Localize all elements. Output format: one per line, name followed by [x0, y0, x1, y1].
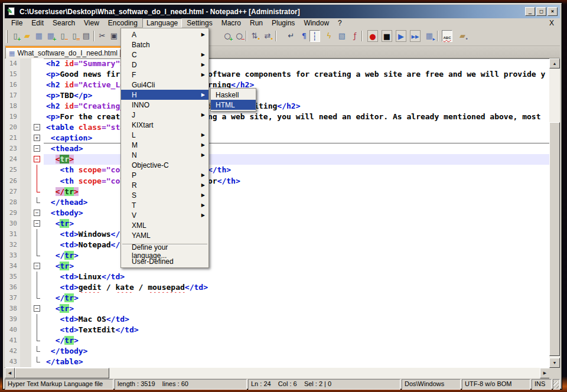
code-text[interactable]: <td>Windows</td>	[44, 229, 550, 240]
code-text[interactable]: <th scope="col">Operating system</th>	[44, 165, 550, 175]
fold-margin[interactable]: −	[31, 261, 44, 272]
external-tool-icon[interactable]: ▰•	[457, 30, 468, 42]
fold-collapse-icon[interactable]: −	[34, 156, 40, 162]
fold-collapse-icon[interactable]: −	[34, 124, 40, 130]
bookmark-margin[interactable]	[20, 346, 31, 357]
code-text[interactable]: <td>Notepad</td>	[44, 240, 550, 250]
macro-record-icon[interactable]: ●	[367, 30, 378, 42]
menubar-item-language[interactable]: Language	[142, 18, 182, 28]
function-completion-icon[interactable]: ϟ	[324, 30, 334, 42]
close-file-icon[interactable]: ▯−	[57, 30, 68, 42]
code-text[interactable]: </tbody>	[44, 346, 550, 357]
code-text[interactable]: <tr>	[44, 261, 550, 272]
menubar-item-file[interactable]: File	[7, 18, 27, 28]
menubar-item-search[interactable]: Search	[48, 18, 79, 28]
language-menu-item-user-defined[interactable]: User-Defined	[121, 256, 208, 266]
code-text[interactable]: </thead>	[44, 197, 550, 208]
language-menu-item-d[interactable]: D▶	[121, 60, 208, 70]
bookmark-margin[interactable]	[20, 250, 31, 261]
code-text[interactable]: <h2 id="Summary">Summary</h2>	[44, 58, 550, 69]
language-menu-item-yaml[interactable]: YAML	[121, 230, 208, 240]
fold-margin[interactable]	[31, 346, 44, 357]
fold-margin[interactable]	[31, 282, 44, 293]
function-list-icon[interactable]: ƒ	[350, 30, 360, 42]
menubar-item-run[interactable]: Run	[246, 18, 267, 28]
language-menu-item-kixtart[interactable]: KIXtart	[121, 120, 208, 130]
fold-margin[interactable]: −	[31, 143, 44, 154]
language-menu-item-xml[interactable]: XML	[121, 220, 208, 230]
fold-margin[interactable]	[31, 293, 44, 303]
save-all-icon[interactable]: ▦+	[45, 30, 56, 42]
language-menu-item-v[interactable]: V▶	[121, 210, 208, 220]
bookmark-margin[interactable]	[20, 325, 31, 335]
code-text[interactable]: </tr>	[44, 250, 550, 261]
vertical-scroll-thumb[interactable]	[549, 122, 560, 356]
fold-margin[interactable]	[31, 80, 44, 90]
fold-margin[interactable]	[31, 229, 44, 240]
code-text[interactable]: <td>Linux</td>	[44, 272, 550, 282]
code-text[interactable]: <tr>	[44, 218, 550, 229]
language-menu-item-t[interactable]: T▶	[121, 200, 208, 210]
maximize-button[interactable]: □	[536, 7, 546, 16]
fold-margin[interactable]	[31, 112, 44, 122]
language-menu-item-m[interactable]: M▶	[121, 140, 208, 150]
horizontal-scroll-thumb[interactable]	[15, 368, 109, 378]
fold-collapse-icon[interactable]: −	[34, 210, 40, 216]
code-text[interactable]: <th scope="col">Recommended editor</th>	[44, 176, 550, 187]
fold-margin[interactable]	[31, 240, 44, 250]
menubar-item-help[interactable]: ?	[334, 18, 346, 28]
scroll-down-icon[interactable]: ▼	[549, 358, 560, 368]
macro-stop-icon[interactable]: ■	[382, 30, 392, 42]
submenu-item-haskell[interactable]: Haskell	[211, 90, 256, 100]
code-text[interactable]: </tr>	[44, 187, 550, 197]
scroll-left-icon[interactable]: ◀	[5, 368, 15, 378]
code-text[interactable]: <td>Mac OS</td>	[44, 314, 550, 325]
macro-run-multiple-icon[interactable]: ▸▸	[410, 30, 421, 42]
spell-check-icon[interactable]: ABC	[442, 30, 452, 42]
code-text[interactable]: </tr>	[44, 335, 550, 346]
fold-margin[interactable]	[31, 197, 44, 208]
fold-margin[interactable]	[31, 176, 44, 187]
menubar-item-plugins[interactable]: Plugins	[268, 18, 299, 28]
save-icon[interactable]: ▦	[34, 30, 44, 42]
new-file-icon[interactable]: ▯+	[10, 30, 21, 42]
language-menu-item-c[interactable]: C▶	[121, 50, 208, 60]
language-menu-item-f[interactable]: F▶	[121, 70, 208, 80]
bookmark-margin[interactable]	[20, 197, 31, 208]
bookmark-margin[interactable]	[20, 293, 31, 303]
show-all-characters-icon[interactable]: ¶	[299, 30, 309, 42]
fold-expand-icon[interactable]: +	[34, 135, 40, 141]
bookmark-margin[interactable]	[20, 80, 31, 90]
bookmark-margin[interactable]	[20, 90, 31, 101]
code-text[interactable]: <tbody>	[44, 208, 550, 218]
code-text[interactable]: <td>gedit / kate / mousepad</td>	[44, 282, 550, 293]
bookmark-margin[interactable]	[20, 303, 31, 314]
language-menu-item-n[interactable]: N▶	[121, 150, 208, 160]
show-indent-guide-icon[interactable]: ┆	[309, 30, 320, 42]
code-text[interactable]: <td>TextEdit</td>	[44, 325, 550, 335]
bookmark-margin[interactable]	[20, 240, 31, 250]
language-menu-item-batch[interactable]: Batch	[121, 40, 208, 50]
language-menu-item-l[interactable]: L▶	[121, 130, 208, 140]
language-menu-item-s[interactable]: S▶	[121, 190, 208, 200]
language-menu-item-p[interactable]: P▶	[121, 170, 208, 180]
fold-margin[interactable]	[31, 250, 44, 261]
word-wrap-icon[interactable]: ↵	[286, 30, 296, 42]
toolbar-grip[interactable]	[6, 30, 8, 43]
language-menu-item-define-your-language[interactable]: Define your language...	[121, 246, 208, 256]
fold-margin[interactable]: +	[31, 133, 44, 143]
fold-margin[interactable]	[31, 272, 44, 282]
resize-grip[interactable]	[553, 379, 560, 390]
menubar-item-window[interactable]: Window	[299, 18, 333, 28]
tab-what-software-do-i-need[interactable]: ▦ What_software_do_I_need.html ×	[5, 46, 131, 58]
minimize-button[interactable]: _	[525, 7, 535, 16]
bookmark-margin[interactable]	[20, 154, 31, 165]
cut-icon[interactable]: ✂	[97, 30, 107, 42]
fold-margin[interactable]	[31, 335, 44, 346]
menubar-close-document-icon[interactable]: X	[549, 19, 560, 27]
bookmark-margin[interactable]	[20, 143, 31, 154]
fold-margin[interactable]	[31, 325, 44, 335]
bookmark-margin[interactable]	[20, 58, 31, 69]
bookmark-margin[interactable]	[20, 282, 31, 293]
code-text[interactable]: </table>	[44, 357, 550, 367]
